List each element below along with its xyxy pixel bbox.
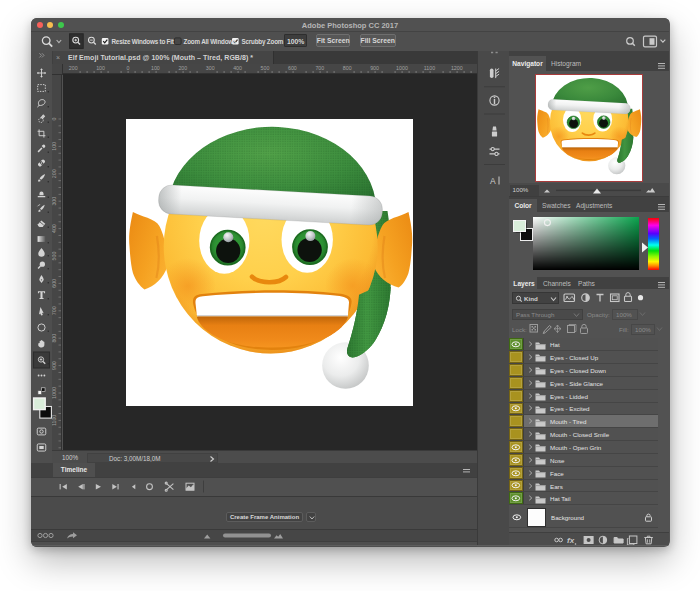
svg-text:0: 0	[52, 117, 57, 120]
svg-text:300: 300	[52, 197, 57, 206]
svg-text:100: 100	[52, 142, 57, 151]
svg-text:900: 900	[52, 361, 57, 370]
svg-text:1100: 1100	[52, 415, 57, 426]
svg-text:800: 800	[52, 334, 57, 343]
svg-text:500: 500	[52, 252, 57, 261]
svg-text:600: 600	[52, 279, 57, 288]
svg-text:A: A	[490, 176, 496, 186]
svg-text:200: 200	[52, 169, 57, 178]
svg-text:400: 400	[52, 224, 57, 233]
svg-text:1000: 1000	[52, 387, 57, 399]
svg-text:700: 700	[52, 306, 57, 315]
